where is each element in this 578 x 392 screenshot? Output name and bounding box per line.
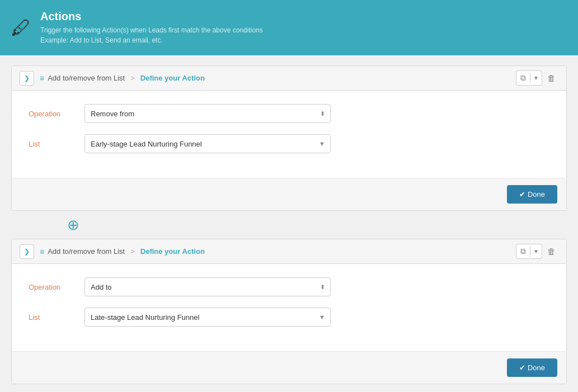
copy-button-2[interactable]: ⧉ (516, 244, 530, 258)
done-button-2[interactable]: ✔ Done (507, 358, 557, 377)
define-action-label-2: Define your Action (140, 247, 205, 256)
card-body-2: Operation Remove from Add to List Early-… (12, 264, 566, 351)
separator-1: > (130, 74, 135, 82)
operation-label-1: Operation (29, 110, 84, 118)
card-header-left-2: ❯ ≡ Add to/remove from List > Define you… (20, 244, 205, 259)
collapse-button-2[interactable]: ❯ (20, 244, 34, 259)
copy-dropdown-2[interactable]: ▼ (530, 246, 542, 257)
chevron-icon-1: ❯ (24, 74, 30, 82)
operation-select-2[interactable]: Remove from Add to (84, 277, 331, 296)
copy-button-group-1: ⧉ ▼ (516, 70, 542, 86)
card-title-2: ≡ Add to/remove from List > Define your … (40, 247, 205, 256)
card-body-1: Operation Remove from Add to List Early-… (12, 91, 566, 178)
header-text: Actions Trigger the following Action(s) … (40, 10, 263, 45)
separator-2: > (130, 247, 135, 256)
action-card-1: ❯ ≡ Add to/remove from List > Define you… (11, 65, 567, 211)
done-button-1[interactable]: ✔ Done (507, 185, 557, 204)
add-action-area: ⊕ (11, 211, 567, 239)
action-type-label-2: Add to/remove from List (48, 247, 125, 256)
list-icon-1: ≡ (40, 74, 44, 83)
list-row-1: List Early-stage Lead Nurturing Funnel L… (29, 134, 549, 153)
operation-select-wrapper-2: Remove from Add to (84, 277, 331, 296)
page-title: Actions (40, 10, 263, 23)
card-header-actions-2: ⧉ ▼ 🗑 (516, 244, 558, 259)
card-footer-1: ✔ Done (12, 178, 566, 210)
operation-row-2: Operation Remove from Add to (29, 277, 549, 296)
operation-label-2: Operation (29, 283, 84, 291)
operation-select-1[interactable]: Remove from Add to (84, 104, 331, 123)
header-description: Trigger the following Action(s) when Lea… (40, 25, 263, 45)
card-footer-2: ✔ Done (12, 351, 566, 384)
add-circle-icon: ⊕ (67, 218, 79, 232)
list-icon-2: ≡ (40, 247, 44, 256)
list-select-2[interactable]: Early-stage Lead Nurturing Funnel Late-s… (84, 308, 331, 327)
list-select-wrapper-1: Early-stage Lead Nurturing Funnel Late-s… (84, 134, 331, 153)
list-label-1: List (29, 140, 84, 148)
chevron-icon-2: ❯ (24, 248, 30, 256)
operation-row-1: Operation Remove from Add to (29, 104, 549, 123)
list-row-2: List Early-stage Lead Nurturing Funnel L… (29, 308, 549, 327)
card-header-2: ❯ ≡ Add to/remove from List > Define you… (12, 239, 566, 264)
collapse-button-1[interactable]: ❯ (20, 71, 34, 86)
delete-button-1[interactable]: 🗑 (544, 71, 558, 85)
list-select-wrapper-2: Early-stage Lead Nurturing Funnel Late-s… (84, 308, 331, 327)
operation-select-wrapper-1: Remove from Add to (84, 104, 331, 123)
card-header-1: ❯ ≡ Add to/remove from List > Define you… (12, 66, 566, 91)
define-action-label-1: Define your Action (140, 74, 205, 82)
card-title-1: ≡ Add to/remove from List > Define your … (40, 74, 205, 83)
card-header-left-1: ❯ ≡ Add to/remove from List > Define you… (20, 71, 205, 86)
list-label-2: List (29, 313, 84, 322)
actions-icon: 🖊 (11, 18, 31, 38)
card-header-actions-1: ⧉ ▼ 🗑 (516, 70, 558, 86)
page-header: 🖊 Actions Trigger the following Action(s… (0, 0, 578, 55)
action-card-2: ❯ ≡ Add to/remove from List > Define you… (11, 239, 567, 384)
list-select-1[interactable]: Early-stage Lead Nurturing Funnel Late-s… (84, 134, 331, 153)
main-content: ❯ ≡ Add to/remove from List > Define you… (0, 55, 578, 392)
delete-button-2[interactable]: 🗑 (544, 244, 558, 258)
copy-dropdown-1[interactable]: ▼ (530, 73, 542, 83)
copy-button-group-2: ⧉ ▼ (516, 244, 542, 259)
copy-button-1[interactable]: ⧉ (516, 71, 530, 85)
action-type-label-1: Add to/remove from List (48, 74, 125, 82)
add-action-button[interactable]: ⊕ (67, 218, 79, 232)
